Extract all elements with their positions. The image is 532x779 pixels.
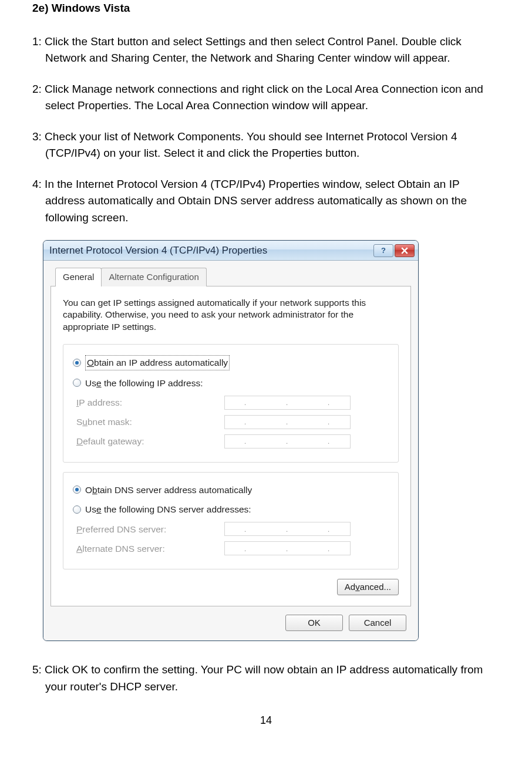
ip-address-input: ... [224, 396, 351, 410]
cancel-button[interactable]: Cancel [349, 615, 406, 631]
radio-label: Obtain DNS server address automatically [85, 483, 252, 497]
radio-icon [73, 505, 81, 514]
tab-general[interactable]: General [55, 268, 102, 286]
close-icon [401, 247, 408, 254]
subnet-mask-input: ... [224, 415, 351, 429]
radio-icon [73, 485, 81, 494]
field-default-gateway: Default gateway: ... [72, 434, 390, 448]
radio-obtain-dns-auto[interactable]: Obtain DNS server address automatically [73, 483, 390, 497]
radio-obtain-ip-auto[interactable]: Obtain an IP address automatically [73, 355, 390, 370]
field-label: Alternate DNS server: [72, 542, 224, 555]
step-5: 5: Click OK to confirm the setting. Your… [32, 662, 500, 695]
advanced-button[interactable]: Advanced... [337, 579, 399, 595]
radio-icon [73, 379, 81, 387]
field-alternate-dns: Alternate DNS server: ... [72, 541, 390, 555]
radio-use-following-ip[interactable]: Use the following IP address: [73, 376, 390, 390]
radio-label: Use the following IP address: [85, 376, 203, 390]
tab-panel-general: You can get IP settings assigned automat… [50, 286, 411, 607]
field-subnet-mask: Subnet mask: ... [72, 415, 390, 429]
properties-dialog: Internet Protocol Version 4 (TCP/IPv4) P… [43, 240, 419, 641]
help-button[interactable]: ? [373, 244, 393, 257]
default-gateway-input: ... [224, 434, 351, 448]
field-label: Default gateway: [72, 434, 224, 448]
window-title: Internet Protocol Version 4 (TCP/IPv4) P… [49, 243, 373, 258]
section-title: 2e) Windows Vista [32, 0, 500, 17]
description-text: You can get IP settings assigned automat… [63, 297, 399, 334]
field-label: Preferred DNS server: [72, 522, 224, 536]
field-preferred-dns: Preferred DNS server: ... [72, 522, 390, 536]
ok-button[interactable]: OK [285, 615, 343, 631]
radio-icon [73, 359, 81, 367]
step-2: 2: Click Manage network connections and … [32, 81, 500, 114]
alternate-dns-input: ... [224, 541, 351, 555]
radio-label: Use the following DNS server addresses: [85, 503, 251, 516]
step-4: 4: In the Internet Protocol Version 4 (T… [32, 176, 500, 227]
titlebar[interactable]: Internet Protocol Version 4 (TCP/IPv4) P… [43, 241, 418, 261]
page-number: 14 [32, 713, 500, 729]
tab-alternate-configuration[interactable]: Alternate Configuration [101, 268, 206, 286]
field-label: IP address: [72, 396, 224, 409]
field-ip-address: IP address: ... [72, 396, 390, 410]
close-button[interactable] [395, 244, 415, 257]
dialog-screenshot: Internet Protocol Version 4 (TCP/IPv4) P… [43, 240, 500, 641]
dialog-footer: OK Cancel [50, 606, 411, 632]
field-label: Subnet mask: [72, 415, 224, 429]
ip-settings-group: Obtain an IP address automatically Use t… [63, 344, 399, 463]
radio-use-following-dns[interactable]: Use the following DNS server addresses: [73, 503, 390, 516]
step-1: 1: Click the Start button and select Set… [32, 33, 500, 67]
help-icon: ? [381, 245, 386, 257]
radio-label: Obtain an IP address automatically [85, 355, 230, 370]
tab-strip: General Alternate Configuration [55, 268, 411, 286]
dns-settings-group: Obtain DNS server address automatically … [63, 472, 399, 570]
preferred-dns-input: ... [224, 522, 351, 536]
step-3: 3: Check your list of Network Components… [32, 129, 500, 162]
